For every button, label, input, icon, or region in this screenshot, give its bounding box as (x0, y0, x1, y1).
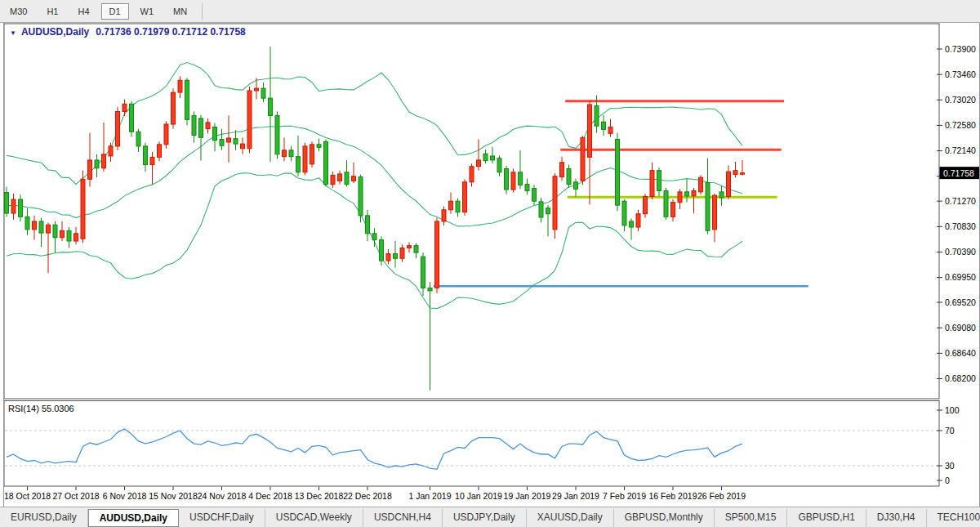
timeframe-button-d1[interactable]: D1 (101, 3, 129, 20)
svg-text:13 Dec 2018: 13 Dec 2018 (295, 491, 344, 501)
svg-text:0.69950: 0.69950 (945, 272, 976, 282)
price-chart[interactable]: ▼AUDUSD,Daily0.71736 0.71979 0.71712 0.7… (0, 23, 980, 507)
svg-text:1 Jan 2019: 1 Jan 2019 (409, 491, 452, 501)
svg-text:4 Dec 2018: 4 Dec 2018 (248, 491, 292, 501)
svg-text:0.73460: 0.73460 (945, 69, 976, 79)
chart-tab-tech100-h[interactable]: TECH100,H (927, 509, 980, 527)
timeframe-button-mn[interactable]: MN (165, 3, 195, 20)
svg-text:0.73900: 0.73900 (945, 44, 976, 54)
svg-text:0.69520: 0.69520 (945, 297, 976, 307)
svg-text:0: 0 (945, 476, 950, 485)
svg-text:0.72580: 0.72580 (945, 120, 976, 130)
svg-text:0.69080: 0.69080 (945, 323, 976, 333)
chart-tab-gbpusd-h1[interactable]: GBPUSD,H1 (787, 509, 866, 527)
timeframe-button-h1[interactable]: H1 (38, 3, 66, 20)
rsi-label: RSI(14) 55.0306 (8, 404, 74, 413)
timeframe-toolbar: M30H1H4D1W1MN (0, 0, 980, 23)
chart-window: ▼AUDUSD,Daily0.71736 0.71979 0.71712 0.7… (0, 23, 980, 507)
svg-text:100: 100 (945, 405, 960, 415)
current-price-badge: 0.71758 (940, 167, 980, 179)
chart-tab-usdchf-daily[interactable]: USDCHF,Daily (179, 509, 265, 527)
svg-text:29 Jan 2019: 29 Jan 2019 (552, 491, 599, 501)
chart-tabs: EURUSD,DailyAUDUSD,DailyUSDCHF,DailyUSDC… (0, 509, 980, 527)
svg-text:0.70830: 0.70830 (945, 221, 976, 231)
chart-tab-usdjpy-daily[interactable]: USDJPY,Daily (443, 509, 527, 527)
chart-tabbar: EURUSD,DailyAUDUSD,DailyUSDCHF,DailyUSDC… (0, 507, 980, 527)
chart-tab-xauusd-daily[interactable]: XAUUSD,Daily (527, 509, 614, 527)
main-panel (4, 24, 939, 399)
svg-text:19 Jan 2019: 19 Jan 2019 (504, 491, 551, 501)
svg-text:22 Dec 2018: 22 Dec 2018 (343, 491, 392, 501)
toolbar-separator (202, 3, 203, 20)
svg-text:0.71758: 0.71758 (943, 168, 974, 178)
chart-title: ▼AUDUSD,Daily0.71736 0.71979 0.71712 0.7… (10, 26, 246, 38)
svg-text:0.73020: 0.73020 (945, 95, 976, 105)
chart-tab-usdcnh-h4[interactable]: USDCNH,H4 (363, 509, 443, 527)
svg-text:0.68640: 0.68640 (945, 348, 976, 358)
svg-text:10 Jan 2019: 10 Jan 2019 (455, 491, 502, 501)
chart-tab-audusd-daily[interactable]: AUDUSD,Daily (88, 509, 179, 527)
svg-text:27 Oct 2018: 27 Oct 2018 (52, 491, 99, 501)
svg-text:30: 30 (945, 461, 955, 471)
chart-tab-sp500-m15[interactable]: SP500,M15 (715, 509, 788, 527)
svg-text:18 Oct 2018: 18 Oct 2018 (4, 491, 51, 501)
svg-text:0.68200: 0.68200 (945, 373, 976, 383)
svg-text:26 Feb 2019: 26 Feb 2019 (697, 491, 746, 501)
timeframe-button-m30[interactable]: M30 (2, 3, 35, 20)
chart-tab-gbpusd-monthly[interactable]: GBPUSD,Monthly (614, 509, 715, 527)
svg-text:15 Nov 2018: 15 Nov 2018 (149, 491, 198, 501)
chart-tab-eurusd-daily[interactable]: EURUSD,Daily (0, 509, 88, 527)
timeframe-button-h4[interactable]: H4 (69, 3, 97, 20)
chart-tab-usdcad-weekly[interactable]: USDCAD,Weekly (265, 509, 363, 527)
svg-text:6 Nov 2018: 6 Nov 2018 (103, 491, 147, 501)
svg-text:0.71270: 0.71270 (945, 196, 976, 206)
svg-text:7 Feb 2019: 7 Feb 2019 (603, 491, 646, 501)
svg-text:16 Feb 2019: 16 Feb 2019 (649, 491, 697, 501)
timeframe-button-w1[interactable]: W1 (132, 3, 163, 20)
svg-text:0.70390: 0.70390 (945, 247, 976, 257)
svg-text:70: 70 (945, 426, 955, 435)
svg-text:24 Nov 2018: 24 Nov 2018 (198, 491, 247, 501)
chart-tab-dj30-h4[interactable]: DJ30,H4 (866, 509, 927, 527)
svg-text:0.72140: 0.72140 (945, 145, 976, 155)
